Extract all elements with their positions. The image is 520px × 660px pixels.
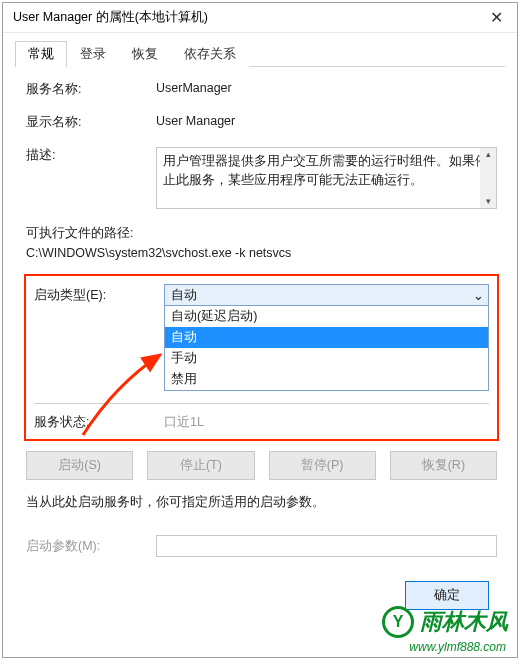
start-params-hint: 当从此处启动服务时，你可指定所适用的启动参数。 [26, 494, 497, 511]
pause-button[interactable]: 暂停(P) [269, 451, 376, 480]
window-title: User Manager 的属性(本地计算机) [13, 9, 208, 26]
label-exec-path: 可执行文件的路径: [26, 225, 497, 242]
tab-recovery[interactable]: 恢复 [119, 41, 171, 67]
option-auto[interactable]: 自动 [165, 327, 488, 348]
annotation-highlight-box: 启动类型(E): 自动 ⌄ 自动(延迟启动) 自动 手动 禁用 服务状态: 口近… [24, 274, 499, 441]
close-icon: ✕ [490, 8, 503, 27]
panel-general: 服务名称: UserManager 显示名称: User Manager 描述:… [15, 67, 505, 645]
scroll-up-icon: ▴ [486, 148, 491, 162]
watermark-logo-icon: Y [382, 606, 414, 638]
service-control-buttons: 启动(S) 停止(T) 暂停(P) 恢复(R) [26, 451, 497, 480]
option-manual[interactable]: 手动 [165, 348, 488, 369]
label-service-name: 服务名称: [26, 81, 156, 98]
startup-type-current: 自动 [171, 287, 197, 304]
description-scrollbar[interactable]: ▴ ▾ [480, 148, 496, 208]
startup-type-select[interactable]: 自动 ⌄ [164, 284, 489, 306]
row-display-name: 显示名称: User Manager [26, 114, 497, 131]
close-button[interactable]: ✕ [475, 3, 517, 32]
option-disabled[interactable]: 禁用 [165, 369, 488, 390]
dialog-content: 常规 登录 恢复 依存关系 服务名称: UserManager 显示名称: Us… [3, 33, 517, 657]
value-exec-path: C:\WINDOWS\system32\svchost.exe -k netsv… [26, 246, 497, 260]
description-text: 用户管理器提供多用户交互所需要的运行时组件。如果停止此服务，某些应用程序可能无法… [163, 154, 488, 187]
startup-type-dropdown: 自动(延迟启动) 自动 手动 禁用 [164, 305, 489, 391]
tab-strip: 常规 登录 恢复 依存关系 [15, 41, 505, 67]
row-description: 描述: 用户管理器提供多用户交互所需要的运行时组件。如果停止此服务，某些应用程序… [26, 147, 497, 209]
value-display-name: User Manager [156, 114, 497, 128]
label-start-params: 启动参数(M): [26, 538, 156, 555]
start-params-input[interactable] [156, 535, 497, 557]
titlebar: User Manager 的属性(本地计算机) ✕ [3, 3, 517, 33]
chevron-down-icon: ⌄ [473, 288, 484, 303]
scroll-down-icon: ▾ [486, 195, 491, 209]
row-start-params: 启动参数(M): [26, 535, 497, 557]
divider [34, 403, 489, 404]
row-service-name: 服务名称: UserManager [26, 81, 497, 98]
label-description: 描述: [26, 147, 156, 164]
value-service-status: 口近1L [164, 414, 489, 431]
value-service-name: UserManager [156, 81, 497, 95]
option-auto-delayed[interactable]: 自动(延迟启动) [165, 306, 488, 327]
row-service-status: 服务状态: 口近1L [34, 414, 489, 431]
label-startup-type: 启动类型(E): [34, 287, 164, 304]
tab-dependencies[interactable]: 依存关系 [171, 41, 249, 67]
tab-logon[interactable]: 登录 [67, 41, 119, 67]
watermark-url: www.ylmf888.com [409, 640, 506, 654]
label-display-name: 显示名称: [26, 114, 156, 131]
start-button[interactable]: 启动(S) [26, 451, 133, 480]
stop-button[interactable]: 停止(T) [147, 451, 254, 480]
resume-button[interactable]: 恢复(R) [390, 451, 497, 480]
row-startup-type: 启动类型(E): 自动 ⌄ [34, 284, 489, 306]
tab-general[interactable]: 常规 [15, 41, 67, 67]
description-textbox[interactable]: 用户管理器提供多用户交互所需要的运行时组件。如果停止此服务，某些应用程序可能无法… [156, 147, 497, 209]
watermark-brand: 雨林木风 [420, 607, 508, 637]
properties-dialog: User Manager 的属性(本地计算机) ✕ 常规 登录 恢复 依存关系 … [2, 2, 518, 658]
watermark: Y 雨林木风 [382, 606, 508, 638]
label-service-status: 服务状态: [34, 414, 164, 431]
